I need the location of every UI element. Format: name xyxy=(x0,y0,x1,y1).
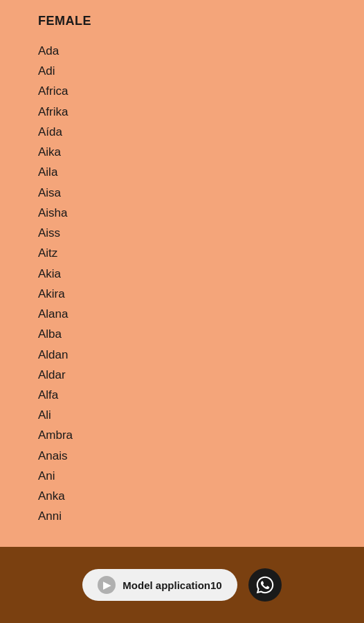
list-item: Aldan xyxy=(38,345,326,365)
list-item: Akira xyxy=(38,284,326,304)
play-icon: ▶ xyxy=(98,576,116,594)
list-item: Africa xyxy=(38,81,326,101)
names-list: AdaAdiAfricaAfrikaAídaAikaAilaAisaAishaA… xyxy=(38,41,326,527)
list-item: Aika xyxy=(38,142,326,162)
list-item: Anni xyxy=(38,506,326,526)
list-item: Alba xyxy=(38,324,326,344)
list-item: Adi xyxy=(38,61,326,81)
whatsapp-icon xyxy=(255,575,275,595)
list-item: Afrika xyxy=(38,102,326,122)
list-item: Ani xyxy=(38,466,326,486)
list-item: Alana xyxy=(38,304,326,324)
model-button-label: Model application10 xyxy=(122,579,221,591)
bottom-bar: ▶ Model application10 xyxy=(0,547,364,623)
list-item: Aiss xyxy=(38,223,326,243)
list-item: Anka xyxy=(38,486,326,506)
main-content: FEMALE AdaAdiAfricaAfrikaAídaAikaAilaAis… xyxy=(0,0,364,547)
section-title: FEMALE xyxy=(38,14,326,28)
list-item: Aldar xyxy=(38,365,326,385)
list-item: Aída xyxy=(38,122,326,142)
whatsapp-button[interactable] xyxy=(248,568,282,602)
list-item: Aitz xyxy=(38,243,326,263)
list-item: Akia xyxy=(38,264,326,284)
list-item: Alfa xyxy=(38,385,326,405)
list-item: Anais xyxy=(38,446,326,466)
list-item: Aisa xyxy=(38,183,326,203)
list-item: Aisha xyxy=(38,203,326,223)
model-application-button[interactable]: ▶ Model application10 xyxy=(82,569,237,601)
list-item: Aila xyxy=(38,162,326,182)
list-item: Ali xyxy=(38,405,326,425)
list-item: Ambra xyxy=(38,425,326,445)
list-item: Ada xyxy=(38,41,326,61)
